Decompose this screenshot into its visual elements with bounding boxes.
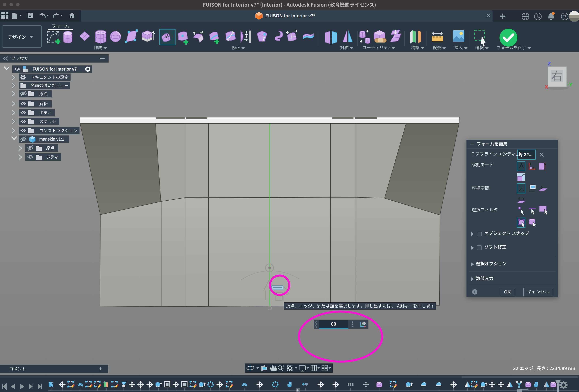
svg-text:-Y: -Y (567, 81, 573, 87)
svg-text:X: X (545, 84, 548, 90)
svg-text:Z: Z (548, 61, 551, 67)
svg-text:?: ? (563, 13, 566, 20)
